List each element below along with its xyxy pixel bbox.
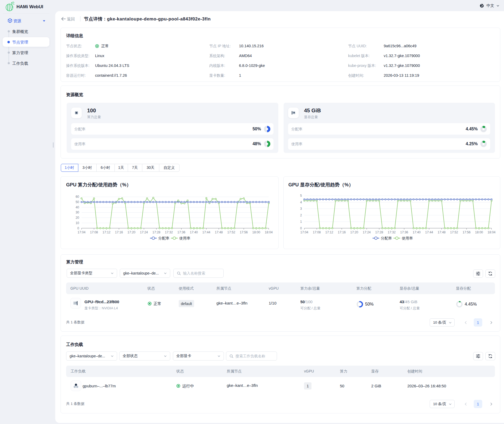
svg-text:20: 20 [76,216,79,220]
svg-text:17:44: 17:44 [202,230,210,234]
svg-text:17:36: 17:36 [400,230,408,234]
svg-text:0: 0 [77,226,79,230]
svg-text:17:24: 17:24 [140,230,148,234]
svg-text:50: 50 [76,200,79,204]
svg-text:17:08: 17:08 [313,230,321,234]
svg-text:17:36: 17:36 [177,230,185,234]
svg-text:2: 2 [300,213,302,217]
svg-text:17:48: 17:48 [215,230,223,234]
svg-text:17:08: 17:08 [90,230,98,234]
svg-text:5: 5 [300,194,302,198]
svg-text:17:32: 17:32 [165,230,173,234]
svg-text:0: 0 [300,226,302,230]
svg-text:分配率: 分配率 [381,236,392,240]
svg-text:17:56: 17:56 [240,230,248,234]
svg-text:18:00: 18:00 [252,230,260,234]
svg-text:18:04: 18:04 [488,230,496,234]
svg-text:17:12: 17:12 [325,230,333,234]
svg-text:17:44: 17:44 [425,230,433,234]
svg-text:3: 3 [300,207,302,211]
svg-text:17:52: 17:52 [450,230,458,234]
svg-text:17:28: 17:28 [375,230,383,234]
svg-text:17:04: 17:04 [300,230,308,234]
svg-text:17:52: 17:52 [227,230,235,234]
svg-text:17:28: 17:28 [152,230,160,234]
svg-text:17:16: 17:16 [115,230,123,234]
svg-text:17:32: 17:32 [388,230,396,234]
svg-text:17:12: 17:12 [102,230,110,234]
svg-text:1: 1 [300,220,302,224]
svg-text:使用率: 使用率 [402,236,413,240]
svg-text:17:04: 17:04 [78,230,86,234]
svg-text:17:16: 17:16 [338,230,346,234]
svg-text:40: 40 [76,205,79,209]
svg-text:17:40: 17:40 [413,230,421,234]
svg-text:4: 4 [300,200,302,204]
svg-text:分配率: 分配率 [158,236,169,240]
svg-text:17:48: 17:48 [438,230,446,234]
svg-text:17:20: 17:20 [127,230,135,234]
svg-text:60: 60 [76,195,79,199]
svg-text:18:04: 18:04 [265,230,273,234]
svg-text:使用率: 使用率 [179,236,190,240]
svg-text:17:40: 17:40 [190,230,198,234]
svg-text:17:20: 17:20 [350,230,358,234]
svg-text:18:00: 18:00 [475,230,483,234]
svg-text:30: 30 [76,211,79,214]
svg-text:17:24: 17:24 [363,230,371,234]
svg-text:17:56: 17:56 [463,230,471,234]
svg-text:10: 10 [76,221,79,225]
